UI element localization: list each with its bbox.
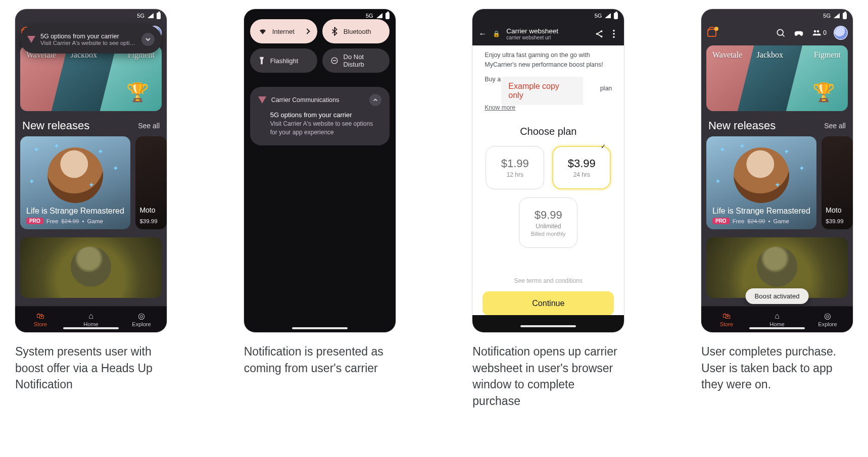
svg-point-10 [613, 33, 615, 35]
search-icon[interactable] [776, 28, 786, 38]
qs-row-2: Flashlight Do Not Disturb [250, 48, 390, 73]
choose-plan-heading: Choose plan [485, 124, 612, 139]
share-icon[interactable] [595, 29, 604, 38]
explore-icon: ◎ [824, 312, 831, 320]
qs-dnd[interactable]: Do Not Disturb [322, 48, 390, 73]
expand-button[interactable] [141, 33, 155, 46]
status-bar: 5G [472, 9, 624, 22]
dnd-icon [330, 56, 339, 65]
device-1: 5G 0 Wavetale Jackbox Figment [15, 9, 167, 332]
hero-banner[interactable]: Wavetale Jackbox Figment [20, 45, 162, 111]
tab-store[interactable]: 🛍 Store [701, 307, 752, 332]
svg-point-15 [817, 30, 819, 33]
see-all-link[interactable]: See all [824, 122, 846, 130]
signal-icon [605, 13, 611, 18]
caption-1: System presents user with boost offer vi… [15, 343, 167, 393]
qs-flashlight-label: Flashlight [270, 57, 299, 65]
plan-3-sub: Unlimited [536, 223, 561, 230]
friends-count[interactable]: 0 [812, 29, 827, 36]
hun-title: 5G options from your carrier [40, 33, 136, 40]
status-network: 5G [137, 13, 144, 19]
home-indicator[interactable] [749, 327, 805, 329]
game-card-2[interactable]: Moto $39.99 [822, 136, 853, 229]
tab-explore[interactable]: ◎ Explore [116, 307, 167, 332]
device-3: 5G ← 🔒 Carrier websheet carrier websheet… [472, 9, 624, 332]
notification-shade: Internet Bluetooth Flashlight [244, 9, 396, 332]
card-row: ✦✦ ✦✦ ✦✦ Life is Strange Remastered PRO … [15, 136, 167, 229]
game-card-1[interactable]: ✦✦ ✦✦ ✦✦ Life is Strange Remastered PRO … [706, 136, 816, 229]
card2-price: $39.99 [826, 218, 843, 224]
svg-point-12 [778, 29, 784, 35]
carrier-signal-icon [258, 96, 266, 104]
home-indicator[interactable] [520, 325, 576, 327]
step-4: 5G 0 Wavetale Jackbox Figment [701, 9, 853, 393]
heads-up-notification[interactable]: 5G options from your carrier Visit Carri… [20, 25, 162, 54]
game-card-2[interactable]: Moto $39.99 [135, 136, 167, 229]
card1-dot: • [82, 218, 84, 224]
hero-title-2: Jackbox [757, 50, 783, 60]
websheet-title: Carrier websheet [506, 27, 589, 35]
avatar[interactable] [835, 27, 847, 39]
more-icon[interactable] [610, 29, 618, 38]
section-title: New releases [708, 119, 776, 132]
step-2: 5G Internet Bluetooth [244, 9, 396, 376]
see-all-link[interactable]: See all [138, 122, 160, 130]
tab-store[interactable]: 🛍 Store [15, 307, 66, 332]
home-icon: ⌂ [88, 312, 93, 320]
back-button[interactable]: ← [478, 29, 487, 38]
plan-1[interactable]: $1.99 12 hrs [486, 146, 544, 189]
notif-body: Visit Carrier A's website to see options… [270, 120, 381, 137]
step-1: 5G 0 Wavetale Jackbox Figment [15, 9, 167, 393]
qs-flashlight[interactable]: Flashlight [250, 48, 317, 73]
card1-title: Life is Strange Remastered [26, 207, 124, 216]
websheet-footer [472, 315, 624, 332]
home-indicator[interactable] [63, 327, 119, 329]
gamepad-icon[interactable] [794, 28, 804, 38]
continue-button[interactable]: Continue [483, 291, 614, 316]
tab-explore[interactable]: ◎ Explore [802, 307, 853, 332]
hero-banner[interactable]: Wavetale Jackbox Figment [706, 45, 848, 111]
terms-link[interactable]: See terms and conditions [472, 277, 624, 284]
pro-badge: PRO [26, 218, 43, 224]
qs-dnd-label: Do Not Disturb [344, 53, 381, 68]
qs-row-1: Internet Bluetooth [250, 19, 390, 43]
svg-point-11 [613, 36, 615, 38]
notification-card[interactable]: Carrier Communications 5G options from y… [250, 87, 390, 145]
plan-3-price: $9.99 [535, 209, 562, 222]
friends-number: 0 [823, 29, 827, 36]
collapse-button[interactable] [369, 94, 381, 106]
qs-bluetooth[interactable]: Bluetooth [322, 19, 390, 43]
card2-title: Moto [139, 206, 155, 214]
secondary-banner[interactable] [20, 237, 162, 298]
battery-icon [843, 13, 847, 19]
flow-row: 5G 0 Wavetale Jackbox Figment [15, 9, 853, 410]
svg-point-9 [613, 30, 615, 32]
device-2: 5G Internet Bluetooth [244, 9, 396, 332]
status-network: 5G [823, 13, 831, 19]
card1-strike: $24.99 [747, 218, 765, 224]
card2-title: Moto [826, 206, 841, 214]
qs-internet[interactable]: Internet [250, 19, 317, 43]
status-network: 5G [595, 13, 602, 19]
plan-1-price: $1.99 [501, 157, 529, 170]
hero-title-3: Figment [814, 50, 841, 60]
game-card-1[interactable]: ✦✦ ✦✦ ✦✦ Life is Strange Remastered PRO … [20, 136, 130, 229]
boost-toast: Boost activated [746, 288, 809, 304]
example-overlay: Example copy only [501, 77, 583, 105]
plan-2-sub: 24 hrs [573, 171, 590, 178]
step-3: 5G ← 🔒 Carrier websheet carrier websheet… [472, 9, 624, 410]
tab-store-label: Store [720, 321, 733, 327]
chevron-right-icon [304, 28, 310, 34]
tab-store-label: Store [34, 321, 47, 327]
status-bar: 5G [701, 9, 853, 22]
plan-2[interactable]: $3.99 24 hrs [552, 146, 611, 189]
plan-3[interactable]: $9.99 Unlimited Billed monthly [519, 197, 577, 248]
tab-home-label: Home [769, 321, 784, 327]
home-indicator[interactable] [292, 327, 348, 329]
status-bar: 5G [15, 9, 167, 22]
card1-free: Free [46, 218, 59, 224]
bluetooth-icon [330, 27, 339, 36]
svg-point-14 [814, 30, 816, 33]
gift-icon[interactable] [707, 29, 716, 37]
plan-3-sub2: Billed monthly [531, 231, 565, 237]
